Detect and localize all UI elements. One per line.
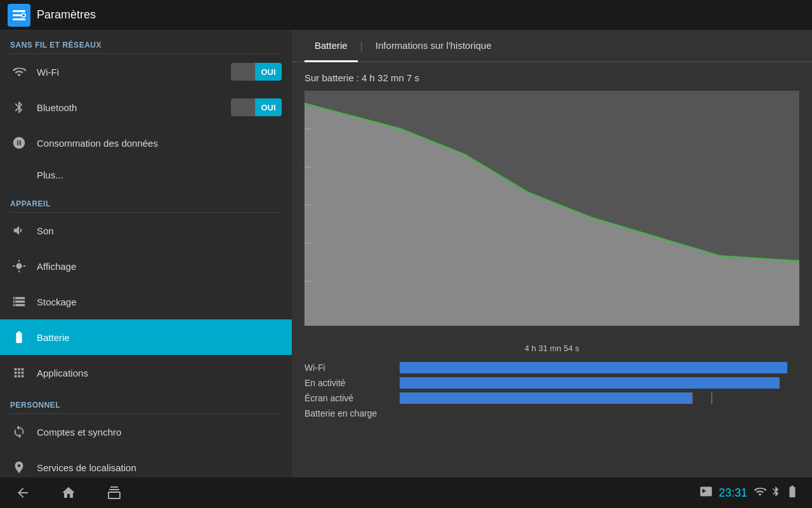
usage-item-wifi: Wi-Fi <box>304 362 799 373</box>
battery-content: Sur batterie : 4 h 32 mn 7 s <box>292 62 812 478</box>
app-icon <box>8 4 30 27</box>
wifi-toggle-on: OUI <box>255 63 282 81</box>
bluetooth-toggle-on: OUI <box>255 98 282 116</box>
recents-button[interactable] <box>104 483 124 503</box>
sidebar: SANS FIL ET RÉSEAUX Wi-Fi OUI Bluetooth <box>0 30 292 478</box>
wifi-toggle[interactable]: OUI <box>231 63 282 81</box>
media-icon <box>700 485 712 501</box>
section-header-personnel: PERSONNEL <box>0 391 292 413</box>
bluetooth-label: Bluetooth <box>37 102 231 113</box>
tick1 <box>691 392 693 404</box>
sidebar-item-applications[interactable]: Applications <box>0 355 292 391</box>
tabs-bar: Batterie | Informations sur l'historique <box>292 30 812 62</box>
battery-chart <box>304 91 799 338</box>
sidebar-item-affichage[interactable]: Affichage <box>0 248 292 284</box>
sidebar-item-localisation[interactable]: Services de localisation <box>0 450 292 478</box>
usage-item-ecran: Écran activé <box>304 392 799 404</box>
usage-item-activite: En activité <box>304 377 799 389</box>
svg-point-3 <box>22 13 25 17</box>
usage-item-charge: Batterie en charge <box>304 408 799 419</box>
status-icons-group <box>754 485 799 501</box>
usage-bar-container-wifi <box>400 362 799 373</box>
data-usage-icon <box>10 134 28 152</box>
usage-label-activite: En activité <box>304 378 400 388</box>
content-area: Batterie | Informations sur l'historique… <box>292 30 812 478</box>
battery-chart-svg <box>304 91 799 332</box>
usage-bar-container-ecran <box>400 392 799 404</box>
wifi-icon <box>10 63 28 81</box>
topbar: Paramètres <box>0 0 812 30</box>
status-bar-right: 23:31 <box>700 485 799 501</box>
usage-label-wifi: Wi-Fi <box>304 363 400 373</box>
battery-icon <box>10 328 28 346</box>
sidebar-item-wifi[interactable]: Wi-Fi OUI <box>0 54 292 90</box>
sync-icon <box>10 423 28 441</box>
tick2 <box>711 392 712 404</box>
usage-bar-container-activite <box>400 377 799 389</box>
section-header-appareil: APPAREIL <box>0 189 292 212</box>
usage-label-ecran: Écran activé <box>304 393 400 403</box>
svg-rect-1 <box>13 14 22 16</box>
localisation-label: Services de localisation <box>37 462 282 473</box>
brightness-icon <box>10 257 28 275</box>
chart-time-label: 4 h 31 mn 54 s <box>304 344 799 353</box>
battery-status-icon <box>785 485 799 501</box>
bluetooth-toggle[interactable]: OUI <box>231 98 282 116</box>
bluetooth-status-icon <box>770 486 782 500</box>
storage-icon <box>10 293 28 311</box>
usage-bar-activite <box>400 377 780 389</box>
son-label: Son <box>37 225 282 236</box>
usage-bar-container-charge <box>400 408 799 419</box>
comptes-label: Comptes et synchro <box>37 427 282 438</box>
batterie-label: Batterie <box>37 332 282 343</box>
nav-buttons <box>13 483 124 503</box>
wifi-status-icon <box>754 485 766 500</box>
sidebar-item-plus[interactable]: Plus... <box>0 161 292 189</box>
location-icon <box>10 458 28 476</box>
sidebar-item-bluetooth[interactable]: Bluetooth OUI <box>0 90 292 125</box>
data-label: Consommation des données <box>37 138 282 149</box>
usage-label-charge: Batterie en charge <box>304 408 400 418</box>
main-layout: SANS FIL ET RÉSEAUX Wi-Fi OUI Bluetooth <box>0 30 812 478</box>
volume-icon <box>10 222 28 239</box>
sidebar-item-son[interactable]: Son <box>0 213 292 248</box>
sidebar-item-data[interactable]: Consommation des données <box>0 125 292 161</box>
page-title: Paramètres <box>37 8 96 22</box>
apps-icon <box>10 364 28 382</box>
time-display: 23:31 <box>719 486 747 500</box>
usage-bar-wifi <box>400 362 787 373</box>
bluetooth-icon <box>10 98 28 116</box>
tab-batterie[interactable]: Batterie <box>304 30 358 62</box>
tab-historique[interactable]: Informations sur l'historique <box>365 30 502 62</box>
plus-label: Plus... <box>37 170 282 180</box>
sidebar-item-stockage[interactable]: Stockage <box>0 284 292 319</box>
usage-bar-ecran <box>400 392 691 404</box>
section-header-reseau: SANS FIL ET RÉSEAUX <box>0 30 292 53</box>
stockage-label: Stockage <box>37 297 282 307</box>
back-button[interactable] <box>13 483 33 503</box>
applications-label: Applications <box>37 368 282 378</box>
bottombar: 23:31 <box>0 478 812 508</box>
sidebar-item-batterie[interactable]: Batterie <box>0 319 292 355</box>
svg-rect-2 <box>13 18 25 20</box>
battery-time-label: Sur batterie : 4 h 32 mn 7 s <box>304 72 799 83</box>
affichage-label: Affichage <box>37 261 282 272</box>
svg-rect-0 <box>13 10 25 12</box>
sidebar-item-comptes[interactable]: Comptes et synchro <box>0 414 292 450</box>
home-button[interactable] <box>58 483 79 503</box>
wifi-label: Wi-Fi <box>37 67 231 77</box>
